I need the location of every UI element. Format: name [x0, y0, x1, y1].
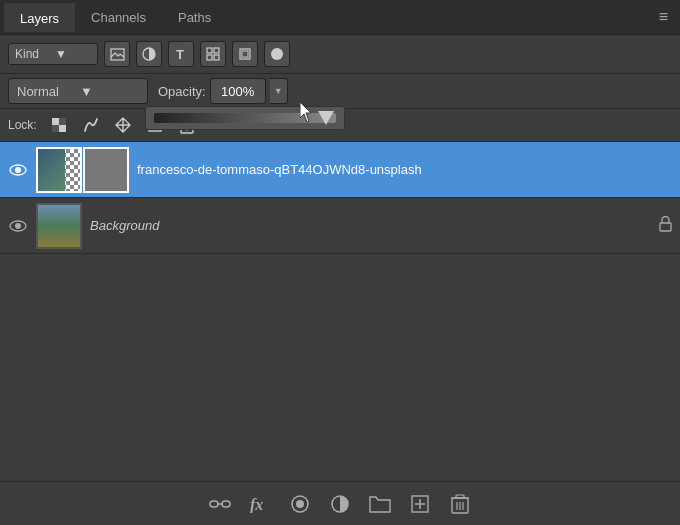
new-adjustment-layer-button[interactable] — [326, 490, 354, 518]
svg-rect-25 — [222, 501, 230, 507]
new-group-button[interactable] — [366, 490, 394, 518]
lock-label: Lock: — [8, 118, 37, 132]
lock-transparent-icon[interactable] — [47, 113, 71, 137]
filter-smart-icon[interactable] — [232, 41, 258, 67]
svg-rect-5 — [207, 55, 212, 60]
filter-row: Kind ▼ T — [0, 35, 680, 74]
svg-text:fx: fx — [250, 496, 263, 513]
create-new-layer-button[interactable] — [406, 490, 434, 518]
kind-select[interactable]: Kind ▼ — [8, 43, 98, 65]
panel-menu-icon[interactable]: ≡ — [651, 8, 676, 26]
layers-panel: Layers Channels Paths ≡ Kind ▼ T — [0, 0, 680, 525]
svg-rect-3 — [207, 48, 212, 53]
svg-rect-12 — [59, 125, 66, 132]
opacity-label: Opacity: — [158, 84, 206, 99]
tabs-bar: Layers Channels Paths ≡ — [0, 0, 680, 35]
svg-point-9 — [271, 48, 283, 60]
filter-shape-icon[interactable] — [200, 41, 226, 67]
filter-text-icon[interactable]: T — [168, 41, 194, 67]
svg-rect-14 — [59, 118, 66, 125]
blend-dropdown-arrow: ▼ — [80, 84, 139, 99]
add-layer-mask-button[interactable] — [286, 490, 314, 518]
opacity-input[interactable] — [210, 78, 266, 104]
opacity-slider-popup — [145, 106, 345, 130]
layer-image-preview — [38, 205, 80, 247]
layer-image-preview — [38, 149, 65, 191]
svg-rect-8 — [242, 51, 248, 57]
svg-rect-6 — [214, 55, 219, 60]
svg-point-29 — [296, 500, 304, 508]
tab-paths[interactable]: Paths — [162, 4, 227, 31]
svg-point-22 — [15, 223, 21, 229]
svg-rect-13 — [52, 125, 59, 132]
visibility-toggle[interactable] — [8, 160, 28, 180]
link-layers-button[interactable] — [206, 490, 234, 518]
layer-thumbs — [36, 147, 129, 193]
lock-paint-icon[interactable] — [79, 113, 103, 137]
svg-point-20 — [15, 167, 21, 173]
svg-rect-4 — [214, 48, 219, 53]
filter-circle-icon[interactable] — [264, 41, 290, 67]
opacity-slider-thumb[interactable] — [318, 111, 334, 125]
tab-layers[interactable]: Layers — [4, 3, 75, 32]
svg-text:T: T — [176, 47, 184, 61]
layer-name: Background — [90, 218, 651, 233]
layers-list: francesco-de-tommaso-qBT44OJWNd8-unsplas… — [0, 142, 680, 312]
svg-rect-11 — [52, 118, 59, 125]
layer-thumbnail — [36, 147, 82, 193]
filter-adjustment-circle-icon[interactable] — [136, 41, 162, 67]
filter-image-icon[interactable] — [104, 41, 130, 67]
layer-name: francesco-de-tommaso-qBT44OJWNd8-unsplas… — [137, 162, 672, 177]
svg-rect-36 — [456, 495, 464, 498]
add-layer-style-button[interactable]: fx — [246, 490, 274, 518]
layer-lock-icon — [659, 216, 672, 236]
layer-mask-thumbnail — [83, 147, 129, 193]
visibility-toggle[interactable] — [8, 216, 28, 236]
blend-mode-select[interactable]: Normal ▼ — [8, 78, 148, 104]
blend-row: Normal ▼ Opacity: ▼ — [0, 74, 680, 109]
lock-move-icon[interactable] — [111, 113, 135, 137]
tab-channels[interactable]: Channels — [75, 4, 162, 31]
kind-dropdown-arrow: ▼ — [55, 47, 91, 61]
kind-select-label: Kind — [15, 47, 51, 61]
svg-rect-23 — [660, 223, 671, 231]
opacity-dropdown-btn[interactable]: ▼ — [270, 78, 288, 104]
layer-item[interactable]: Background — [0, 198, 680, 254]
layer-item[interactable]: francesco-de-tommaso-qBT44OJWNd8-unsplas… — [0, 142, 680, 198]
layer-thumbnail — [36, 203, 82, 249]
bottom-toolbar: fx — [0, 481, 680, 525]
opacity-slider-track[interactable] — [154, 113, 336, 123]
opacity-group: Opacity: ▼ — [158, 78, 288, 104]
empty-canvas-area — [0, 312, 680, 482]
blend-mode-label: Normal — [17, 84, 76, 99]
delete-layer-button[interactable] — [446, 490, 474, 518]
svg-rect-24 — [210, 501, 218, 507]
